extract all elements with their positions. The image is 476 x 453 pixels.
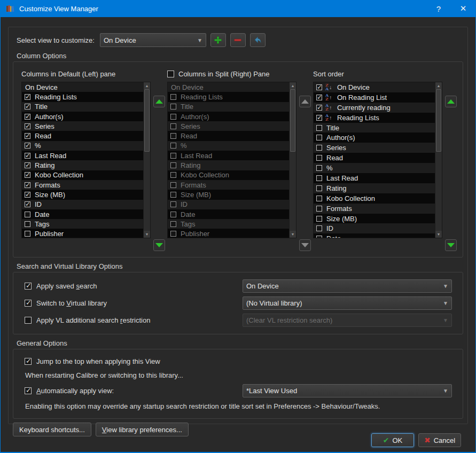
checkbox[interactable] [25,300,32,307]
move-down-button[interactable] [153,239,165,251]
list-item[interactable]: Tags [22,219,143,229]
item-checkbox[interactable] [316,216,322,222]
scroll-down-icon[interactable]: ▼ [435,231,442,238]
item-checkbox[interactable] [25,192,30,198]
scroll-up-icon[interactable]: ▲ [290,82,296,89]
list-item[interactable]: Rating [314,183,435,193]
list-item[interactable]: ID [314,223,435,233]
list-item[interactable]: Read [22,131,143,140]
item-checkbox[interactable] [25,133,30,139]
item-checkbox[interactable] [25,182,30,188]
item-checkbox[interactable] [316,225,322,231]
item-checkbox[interactable] [316,84,322,90]
cancel-button[interactable]: ✖ Cancel [418,433,461,447]
list-item[interactable]: Reading Lists [22,92,143,101]
move-down-button[interactable] [445,239,457,251]
list-item[interactable]: Kobo Collection [22,170,143,180]
list-item[interactable]: Size (MB) [22,190,143,199]
jump-to-top-checkbox[interactable]: Jump to the top when applying this View [25,357,452,365]
list-item[interactable]: On Device [22,82,143,92]
checkbox[interactable] [25,317,32,324]
item-checkbox[interactable] [316,135,322,140]
list-item[interactable]: Rating [22,160,143,170]
list-item[interactable]: AZ↑Reading Lists [314,113,435,123]
view-library-preferences-button[interactable]: View library preferences... [96,423,189,436]
item-checkbox[interactable] [316,196,322,201]
item-checkbox[interactable] [25,143,30,149]
apply-vl-restriction-checkbox[interactable]: Apply VL additional search restriction [25,316,243,324]
item-checkbox[interactable] [316,185,322,191]
item-checkbox[interactable] [316,125,322,131]
split-pane-checkbox[interactable] [167,71,174,77]
checkbox[interactable] [25,358,32,365]
list-item[interactable]: Title [22,102,143,112]
right-pane-scrollbar[interactable]: ▲ ▼ [289,82,296,238]
list-item[interactable]: Read [314,153,435,163]
scroll-up-icon[interactable]: ▲ [435,82,442,89]
list-item[interactable]: AZ↑On Reading List [314,92,435,103]
auto-apply-view-dropdown[interactable]: *Last View Used ▼ [243,384,452,397]
item-checkbox[interactable] [25,212,30,217]
scrollbar-thumb[interactable] [290,89,295,152]
add-view-button[interactable] [210,33,226,47]
list-item[interactable]: Publisher [22,229,143,238]
list-item[interactable]: Title [314,123,435,133]
item-checkbox[interactable] [25,94,30,100]
item-checkbox[interactable] [25,231,30,237]
list-item[interactable]: Date [22,209,143,219]
checkbox[interactable] [25,283,32,290]
item-checkbox[interactable] [25,221,30,227]
item-checkbox[interactable] [25,123,30,129]
item-checkbox[interactable] [316,236,322,238]
scroll-down-icon[interactable]: ▼ [290,231,296,238]
ok-button[interactable]: ✔ OK [371,433,414,447]
sort-order-scrollbar[interactable]: ▲ ▼ [435,82,442,238]
left-pane-scrollbar[interactable]: ▲ ▼ [143,82,150,238]
item-checkbox[interactable] [25,104,30,110]
list-item[interactable]: Author(s) [22,112,143,121]
close-button[interactable]: ✕ [451,0,475,17]
list-item[interactable]: % [314,163,435,173]
list-item[interactable]: Last Read [22,151,143,160]
rename-view-button[interactable] [250,33,266,47]
item-checkbox[interactable] [316,95,322,100]
list-item[interactable]: Formats [314,204,435,214]
item-checkbox[interactable] [25,172,30,178]
item-checkbox[interactable] [25,153,30,159]
switch-virtual-library-checkbox[interactable]: Switch to Virtual library [25,299,243,307]
list-item[interactable]: Kobo Collection [314,193,435,204]
list-item[interactable]: Formats [22,180,143,190]
item-checkbox[interactable] [316,155,322,161]
move-up-button[interactable] [445,96,457,107]
list-item[interactable]: Size (MB) [314,214,435,224]
list-item[interactable]: Series [22,121,143,131]
item-checkbox[interactable] [25,162,30,168]
scroll-down-icon[interactable]: ▼ [144,231,150,238]
view-select-dropdown[interactable]: On Device ▼ [100,33,206,47]
keyboard-shortcuts-button[interactable]: Keyboard shortcuts... [13,423,91,436]
list-item[interactable]: Series [314,143,435,153]
scroll-up-icon[interactable]: ▲ [144,82,150,89]
list-item[interactable]: ID [22,200,143,209]
list-item[interactable]: % [22,141,143,151]
apply-saved-search-checkbox[interactable]: Apply saved search [25,282,243,290]
delete-view-button[interactable] [230,33,246,47]
item-checkbox[interactable] [316,145,322,151]
move-up-button[interactable] [153,96,165,107]
checkbox[interactable] [25,387,32,394]
item-checkbox[interactable] [316,115,322,121]
scrollbar-thumb[interactable] [436,89,441,152]
item-checkbox[interactable] [25,201,30,207]
list-item[interactable]: Date [314,233,435,238]
help-button[interactable]: ? [426,0,451,17]
list-item[interactable]: AZ↑Currently reading [314,103,435,113]
item-checkbox[interactable] [316,105,322,111]
virtual-library-dropdown[interactable]: (No Virtual library) ▼ [243,296,452,310]
item-checkbox[interactable] [316,175,322,181]
scrollbar-thumb[interactable] [144,89,150,152]
item-checkbox[interactable] [316,165,322,171]
auto-apply-view-checkbox[interactable]: Automatically apply view: [25,387,243,395]
item-checkbox[interactable] [25,114,30,120]
list-item[interactable]: Author(s) [314,132,435,143]
item-checkbox[interactable] [316,206,322,212]
